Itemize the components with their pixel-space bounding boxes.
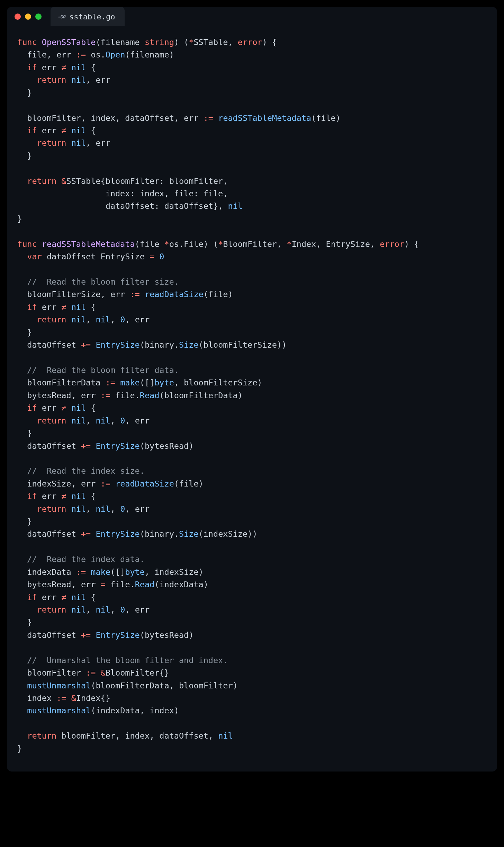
editor-window: -GO sstable.go func OpenSSTable(filename… (7, 7, 497, 772)
minimize-icon[interactable] (25, 14, 31, 20)
zoom-icon[interactable] (35, 14, 42, 20)
go-file-icon: -GO (57, 14, 65, 19)
tab-filename: sstable.go (69, 12, 115, 21)
close-icon[interactable] (15, 14, 21, 20)
code-editor[interactable]: func OpenSSTable(filename string) (*SSTa… (7, 26, 497, 772)
file-tab[interactable]: -GO sstable.go (51, 7, 125, 26)
window-controls (15, 14, 42, 20)
titlebar: -GO sstable.go (7, 7, 497, 26)
